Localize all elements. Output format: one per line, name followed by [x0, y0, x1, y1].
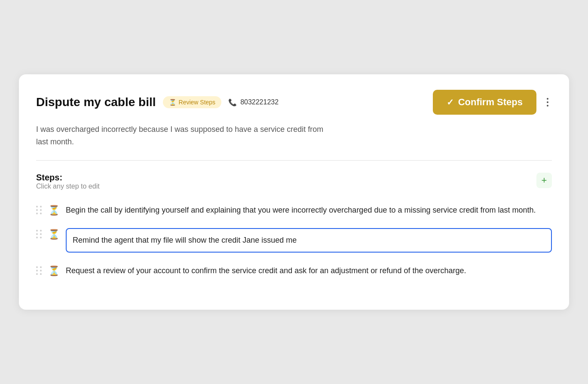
phone-info: 📞 8032221232 — [228, 98, 279, 107]
step-item-2: ⏳ — [36, 228, 552, 253]
more-dot-1 — [547, 98, 548, 100]
checkmark-icon: ✓ — [447, 97, 454, 107]
steps-title-group: Steps: Click any step to edit — [36, 173, 100, 201]
steps-hint: Click any step to edit — [36, 183, 100, 190]
add-step-button[interactable]: + — [536, 173, 552, 188]
header: Dispute my cable bill ⏳ Review Steps 📞 8… — [36, 90, 552, 115]
review-steps-badge[interactable]: ⏳ Review Steps — [163, 96, 222, 108]
task-description: I was overcharged incorrectly because I … — [36, 123, 337, 148]
step-1-text[interactable]: Begin the call by identifying yourself a… — [66, 204, 552, 216]
drag-handle-3[interactable] — [36, 265, 42, 275]
hourglass-icon: ⏳ — [169, 99, 176, 106]
phone-icon: 📞 — [228, 98, 237, 107]
phone-number: 8032221232 — [240, 98, 279, 106]
steps-title: Steps: — [36, 173, 100, 183]
steps-header: Steps: Click any step to edit + — [36, 173, 552, 201]
more-dot-2 — [547, 101, 548, 103]
confirm-steps-button[interactable]: ✓ Confirm Steps — [433, 90, 536, 115]
page-title: Dispute my cable bill — [36, 95, 156, 109]
step-3-icon: ⏳ — [48, 265, 60, 277]
step-item-1: ⏳ Begin the call by identifying yourself… — [36, 204, 552, 216]
section-divider — [36, 160, 552, 161]
review-badge-label: Review Steps — [179, 99, 216, 106]
confirm-button-label: Confirm Steps — [458, 97, 523, 108]
drag-handle-1[interactable] — [36, 204, 42, 214]
step-item-3: ⏳ Request a review of your account to co… — [36, 265, 552, 277]
main-card: Dispute my cable bill ⏳ Review Steps 📞 8… — [19, 74, 569, 310]
step-1-icon: ⏳ — [48, 204, 60, 216]
step-3-text[interactable]: Request a review of your account to conf… — [66, 265, 552, 277]
step-2-icon: ⏳ — [48, 228, 60, 240]
more-dot-3 — [547, 105, 548, 107]
step-2-input[interactable] — [66, 228, 552, 253]
drag-handle-2[interactable] — [36, 228, 42, 238]
more-options-button[interactable] — [543, 94, 552, 110]
